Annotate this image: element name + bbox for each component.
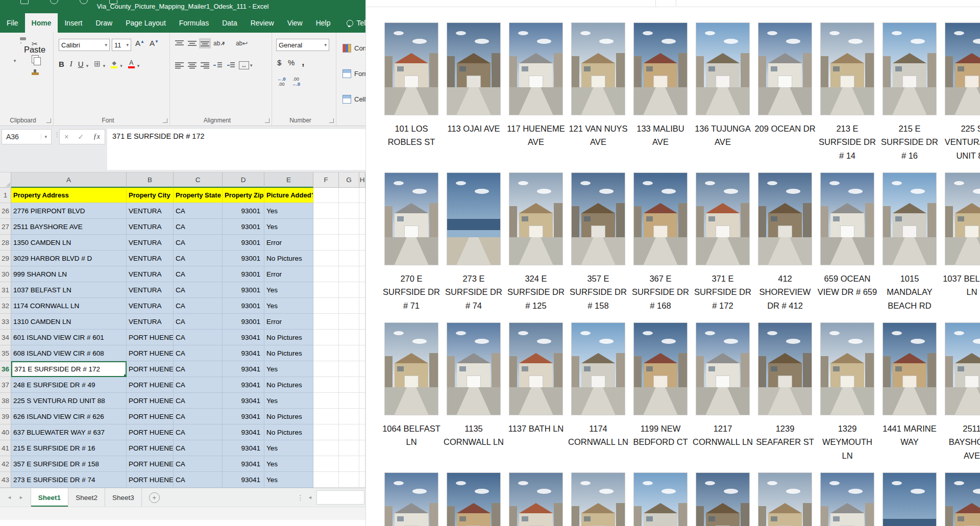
format-as-table-button[interactable]: Forma	[342, 69, 365, 78]
cell[interactable]: Yes	[264, 456, 313, 472]
decrease-decimal-button[interactable]: .00→.0	[292, 77, 301, 87]
cell[interactable]: No Pictures	[264, 330, 313, 345]
cell[interactable]	[313, 203, 339, 219]
cell[interactable]	[359, 314, 365, 330]
column-header-A[interactable]: A	[11, 172, 127, 188]
cell[interactable]: VENTURA	[127, 235, 174, 251]
enter-check-icon[interactable]: ✓	[78, 133, 84, 141]
cell[interactable]: 637 BLUEWATER WAY # 637	[11, 424, 127, 440]
cell[interactable]: 608 ISLAND VIEW CIR # 608	[11, 345, 127, 361]
photo-thumbnail[interactable]	[696, 22, 750, 115]
cell[interactable]	[359, 219, 365, 235]
cell[interactable]: CA	[174, 330, 223, 345]
cell[interactable]: 2511 BAYSHORE AVE	[11, 219, 127, 235]
cell[interactable]	[359, 361, 365, 377]
copy-button[interactable]	[32, 55, 39, 63]
cell[interactable]	[313, 409, 339, 424]
row-header[interactable]: 28	[0, 235, 11, 251]
shrink-font-button[interactable]: A▼	[150, 39, 159, 47]
row-header[interactable]: 27	[0, 219, 11, 235]
cell[interactable]: No Pictures	[264, 409, 313, 424]
cell[interactable]: 1174 CORNWALL LN	[11, 298, 127, 314]
hscroll-left-icon[interactable]: ◄	[308, 495, 312, 500]
cell[interactable]: PORT HUENEME	[127, 377, 174, 393]
cell[interactable]	[339, 330, 359, 345]
cell[interactable]	[313, 440, 339, 456]
column-header-D[interactable]: D	[223, 172, 264, 188]
cell[interactable]	[339, 188, 359, 203]
wrap-text-button[interactable]: ab↩	[236, 40, 248, 47]
cell[interactable]	[359, 393, 365, 409]
cell[interactable]: 371 E SURFSIDE DR # 172	[11, 361, 127, 377]
cell[interactable]	[339, 282, 359, 298]
row-header[interactable]: 36	[0, 361, 11, 377]
cell[interactable]: 93041	[223, 456, 264, 472]
photo-thumbnail[interactable]	[384, 472, 438, 526]
cell[interactable]	[359, 235, 365, 251]
row-header[interactable]: 29	[0, 251, 11, 266]
cell[interactable]	[359, 440, 365, 456]
conditional-formatting-button[interactable]: Condi	[342, 44, 365, 53]
cell[interactable]	[313, 298, 339, 314]
cell[interactable]: VENTURA	[127, 298, 174, 314]
cell[interactable]: Yes	[264, 203, 313, 219]
cell[interactable]: 93001	[223, 235, 264, 251]
cell[interactable]: VENTURA	[127, 251, 174, 266]
formula-input[interactable]: 371 E SURFSIDE DR # 172	[107, 129, 365, 170]
cell[interactable]: 93001	[223, 298, 264, 314]
cell[interactable]: 601 ISLAND VIEW CIR # 601	[11, 330, 127, 345]
cell[interactable]: 1350 CAMDEN LN	[11, 235, 127, 251]
cell[interactable]: No Pictures	[264, 345, 313, 361]
cell[interactable]: 248 E SURFSIDE DR # 49	[11, 377, 127, 393]
orientation-button[interactable]: ab↗▾	[213, 40, 225, 47]
sheet-tab-sheet3[interactable]: Sheet3	[105, 488, 142, 507]
cell[interactable]	[313, 282, 339, 298]
fill-dropdown-icon[interactable]: ▾	[120, 63, 122, 68]
clipboard-dialog-launcher[interactable]	[46, 118, 51, 123]
decrease-indent-icon[interactable]	[213, 62, 222, 69]
row-header[interactable]: 1	[0, 188, 11, 203]
cell[interactable]: CA	[174, 361, 223, 377]
column-header-H[interactable]: H	[359, 172, 365, 188]
font-color-dropdown-icon[interactable]: ▾	[137, 63, 140, 68]
cell[interactable]: PORT HUENEME	[127, 472, 174, 488]
cell[interactable]	[359, 298, 365, 314]
cell[interactable]	[339, 361, 359, 377]
cell[interactable]	[359, 472, 365, 488]
row-header[interactable]: 35	[0, 345, 11, 361]
merge-center-button[interactable]: ↔	[239, 61, 249, 69]
cell[interactable]	[339, 251, 359, 266]
cell[interactable]: 215 E SURFSIDE DR # 16	[11, 440, 127, 456]
cell[interactable]	[339, 203, 359, 219]
cell[interactable]	[359, 330, 365, 345]
cell[interactable]	[339, 440, 359, 456]
photo-thumbnail[interactable]	[571, 322, 625, 415]
photo-thumbnail[interactable]	[758, 22, 812, 115]
photo-thumbnail[interactable]	[883, 472, 937, 526]
cell[interactable]: 93001	[223, 282, 264, 298]
cell[interactable]	[339, 409, 359, 424]
cell[interactable]: Yes	[264, 361, 313, 377]
cell[interactable]: 93041	[223, 409, 264, 424]
borders-button[interactable]: ⊞	[94, 59, 101, 68]
tab-draw[interactable]: Draw	[89, 13, 119, 33]
cell[interactable]	[313, 330, 339, 345]
cell[interactable]: CA	[174, 219, 223, 235]
photo-thumbnail[interactable]	[820, 172, 874, 265]
photo-thumbnail[interactable]	[883, 22, 937, 115]
cell[interactable]: Yes	[264, 472, 313, 488]
cell[interactable]	[359, 282, 365, 298]
cell[interactable]	[313, 251, 339, 266]
photo-thumbnail[interactable]	[696, 472, 750, 526]
grow-font-button[interactable]: A▲	[135, 39, 144, 47]
cell[interactable]	[339, 424, 359, 440]
cell[interactable]: PORT HUENEME	[127, 409, 174, 424]
alignment-dialog-launcher[interactable]	[265, 118, 270, 123]
number-format-select[interactable]: General ▾	[276, 39, 329, 51]
cell[interactable]: 93001	[223, 251, 264, 266]
cell[interactable]: Picture Added?	[264, 188, 313, 203]
cell[interactable]: Yes	[264, 282, 313, 298]
comma-button[interactable]: ,	[302, 57, 304, 68]
cell[interactable]: CA	[174, 203, 223, 219]
cell[interactable]: 3029 HARBOR BLVD # D	[11, 251, 127, 266]
